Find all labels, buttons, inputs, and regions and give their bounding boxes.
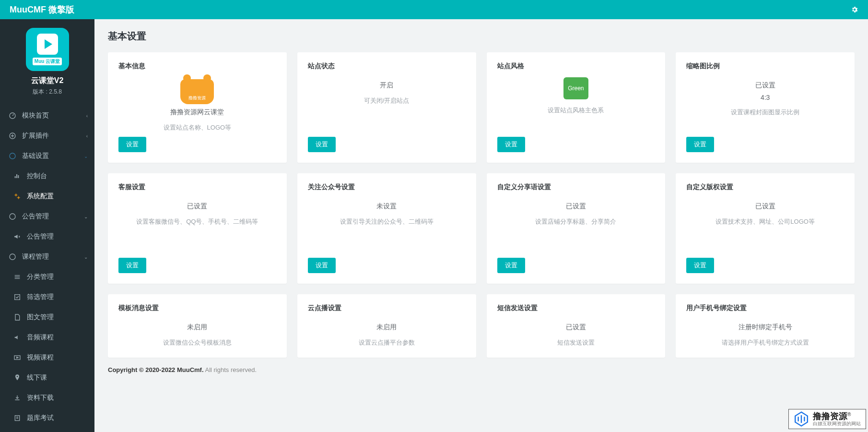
app-name: 云课堂V2 xyxy=(5,76,90,86)
card-line: 注册时绑定手机号 xyxy=(739,323,792,332)
card-desc: 设置站点风格主色系 xyxy=(548,106,604,115)
card-line: 已设置 xyxy=(755,202,775,211)
card-title: 自定义版权设置 xyxy=(686,183,844,192)
nav-video-course[interactable]: 视频课程 xyxy=(0,348,94,368)
nav-sys-config[interactable]: 系统配置 xyxy=(0,186,94,206)
bear-logo-icon: 撸撸资源 xyxy=(180,79,214,104)
nav-imgtext-mgr[interactable]: 图文管理 xyxy=(0,307,94,327)
nav-console[interactable]: 控制台 xyxy=(0,166,94,186)
svg-point-3 xyxy=(15,194,17,196)
nav-base-setting[interactable]: 基础设置⌄ xyxy=(0,146,94,166)
volume-icon xyxy=(13,334,21,341)
settings-button[interactable]: 设置 xyxy=(497,258,525,273)
page-title: 基本设置 xyxy=(108,30,855,43)
settings-button[interactable]: 设置 xyxy=(686,137,714,152)
card-line: 已设置 xyxy=(566,202,586,211)
settings-button[interactable]: 设置 xyxy=(497,137,525,152)
sidebar-head: Muu 云课堂 云课堂V2 版本 : 2.5.8 xyxy=(0,19,94,101)
nav-offline[interactable]: 线下课 xyxy=(0,368,94,388)
card-desc: 设置引导关注的公众号、二维码等 xyxy=(340,217,434,226)
card-desc: 设置客服微信号、QQ号、手机号、二维码等 xyxy=(136,217,258,226)
map-pin-icon xyxy=(13,374,21,382)
card-title: 基本信息 xyxy=(118,62,276,71)
play-icon xyxy=(37,34,58,55)
card-line: 已设置 xyxy=(566,323,586,332)
card-desc: 请选择用户手机号绑定方式设置 xyxy=(722,338,809,347)
card-desc: 设置云点播平台参数 xyxy=(359,338,415,347)
card-phone-bind: 用户手机号绑定设置 注册时绑定手机号 请选择用户手机号绑定方式设置 xyxy=(676,294,855,358)
card-title: 客服设置 xyxy=(118,183,276,192)
card-line: 开启 xyxy=(380,81,393,90)
settings-button[interactable]: 设置 xyxy=(118,258,146,273)
plugin-icon xyxy=(9,132,16,140)
footer-copy: Copyright © 2020-2022 MuuCmf. xyxy=(108,366,204,373)
svg-point-5 xyxy=(10,214,15,219)
card-share: 自定义分享语设置 已设置 设置店铺分享标题、分享简介 设置 xyxy=(487,173,666,284)
card-title: 站点风格 xyxy=(497,62,655,71)
nav-notice-mgr-2[interactable]: 公告管理 xyxy=(0,227,94,247)
card-grid: 基本信息 撸撸资源 撸撸资源网云课堂 设置站点名称、LOGO等 设置 站点状态 … xyxy=(108,52,855,358)
dashboard-icon xyxy=(9,112,16,120)
card-desc: 设置课程封面图显示比例 xyxy=(731,108,799,117)
card-desc: 可关闭/开启站点 xyxy=(364,96,410,105)
settings-button[interactable]: 设置 xyxy=(308,137,336,152)
check-icon xyxy=(13,293,21,301)
card-title: 关注公众号设置 xyxy=(308,183,466,192)
card-mp: 关注公众号设置 未设置 设置引导关注的公众号、二维码等 设置 xyxy=(297,173,476,284)
topbar: MuuCMF 微擎版 xyxy=(0,0,868,19)
settings-button[interactable]: 设置 xyxy=(118,137,146,152)
footer: Copyright © 2020-2022 MuuCmf. All rights… xyxy=(108,358,855,377)
nav-exam[interactable]: 题库考试 xyxy=(0,408,94,428)
nav-course-mgr[interactable]: 课程管理⌄ xyxy=(0,247,94,267)
card-line2: 4:3 xyxy=(761,94,770,101)
clipboard-icon xyxy=(13,414,21,422)
card-vod: 云点播设置 未启用 设置云点播平台参数 xyxy=(297,294,476,358)
bullhorn-icon xyxy=(13,233,21,240)
card-line: 未启用 xyxy=(187,323,207,332)
card-line: 撸撸资源网云课堂 xyxy=(170,108,224,117)
nav-notice-mgr[interactable]: 公告管理⌄ xyxy=(0,206,94,227)
card-line: 未启用 xyxy=(376,323,397,332)
nav-module-home[interactable]: 模块首页‹ xyxy=(0,106,94,126)
nav-cat-mgr[interactable]: 分类管理 xyxy=(0,267,94,287)
watermark-main: 撸撸资源 xyxy=(813,412,847,421)
card-title: 缩略图比例 xyxy=(686,62,844,71)
svg-point-4 xyxy=(18,197,20,199)
card-thumb-ratio: 缩略图比例 已设置 4:3 设置课程封面图显示比例 设置 xyxy=(676,52,855,163)
gear-icon[interactable] xyxy=(851,6,858,13)
circle-icon xyxy=(9,253,16,261)
card-template-msg: 模板消息设置 未启用 设置微信公众号模板消息 xyxy=(108,294,287,358)
svg-point-2 xyxy=(10,153,15,159)
registered-icon: ® xyxy=(847,412,851,417)
card-sms: 短信发送设置 已设置 短信发送设置 xyxy=(487,294,666,358)
card-basic-info: 基本信息 撸撸资源 撸撸资源网云课堂 设置站点名称、LOGO等 设置 xyxy=(108,52,287,163)
card-title: 自定义分享语设置 xyxy=(497,183,655,192)
watermark-logo-icon xyxy=(794,411,809,427)
list-icon xyxy=(13,273,21,281)
nav: 模块首页‹ 扩展插件‹ 基础设置⌄ 控制台 系统配置 公告管理⌄ 公告管理 课程… xyxy=(0,106,94,432)
nav-download[interactable]: 资料下载 xyxy=(0,388,94,408)
circle-icon xyxy=(9,213,16,220)
chevron-left-icon: ‹ xyxy=(86,113,88,119)
brand: MuuCMF 微擎版 xyxy=(10,4,74,15)
watermark: 撸撸资源 ® 白嫖互联网资源的网站 xyxy=(788,409,866,429)
video-icon xyxy=(13,354,21,361)
sidebar: Muu 云课堂 云课堂V2 版本 : 2.5.8 模块首页‹ 扩展插件‹ 基础设… xyxy=(0,19,94,432)
settings-button[interactable]: 设置 xyxy=(686,258,714,273)
settings-button[interactable]: 设置 xyxy=(308,258,336,273)
watermark-sub: 白嫖互联网资源的网站 xyxy=(813,421,861,426)
circle-icon xyxy=(9,152,16,160)
nav-column[interactable]: 专栏课程 xyxy=(0,428,94,432)
nav-audio-course[interactable]: 音频课程 xyxy=(0,327,94,348)
card-site-style: 站点风格 Green 设置站点风格主色系 设置 xyxy=(487,52,666,163)
nav-filter-mgr[interactable]: 筛选管理 xyxy=(0,287,94,307)
nav-ext-plugin[interactable]: 扩展插件‹ xyxy=(0,126,94,146)
card-desc: 设置店铺分享标题、分享简介 xyxy=(535,217,616,226)
footer-rights: All rights reserved. xyxy=(204,366,257,373)
card-desc: 设置站点名称、LOGO等 xyxy=(164,123,232,132)
cogs-icon xyxy=(13,192,21,200)
card-line: 未设置 xyxy=(376,202,397,211)
logo-text: Muu 云课堂 xyxy=(33,58,62,65)
chart-icon xyxy=(13,172,21,180)
card-copyright: 自定义版权设置 已设置 设置技术支持、网址、公司LOGO等 设置 xyxy=(676,173,855,284)
